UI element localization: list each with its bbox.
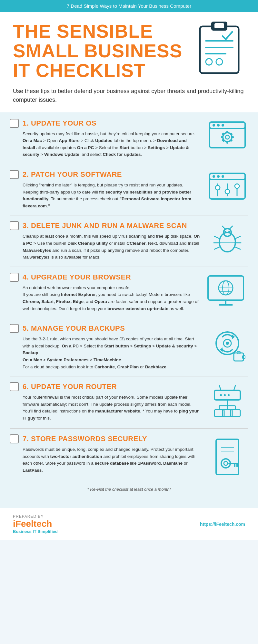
svg-line-40: [214, 236, 220, 239]
svg-point-25: [213, 175, 215, 178]
svg-point-36: [224, 231, 226, 233]
svg-point-68: [228, 394, 230, 396]
svg-point-32: [225, 189, 230, 194]
item-2-left: 2. PATCH YOUR SOFTWARE Clicking "remind …: [10, 170, 206, 209]
svg-point-34: [219, 232, 235, 252]
svg-rect-18: [231, 136, 234, 138]
item-4-body: An outdated web browser makes your compu…: [10, 284, 200, 312]
footer: PREPARED BY iFeeltech Business IT Simpli…: [0, 508, 258, 540]
item-2-icon: [206, 170, 248, 204]
item-3-title: 3. DELETE JUNK AND RUN A MALWARE SCAN: [23, 222, 187, 230]
clipboard-icon: [194, 18, 245, 76]
checklist-item-6: 6. UPDATE YOUR ROUTER Your router/firewa…: [10, 382, 248, 422]
svg-point-66: [220, 394, 222, 396]
footer-url-wrapper: https://iFeeltech.com: [200, 521, 245, 527]
checkbox-5[interactable]: [10, 324, 19, 333]
item-1-body: Security updates may feel like a hassle,…: [10, 130, 200, 158]
checkbox-1[interactable]: [10, 119, 19, 128]
checkbox-2[interactable]: [10, 170, 19, 179]
svg-point-10: [213, 124, 215, 127]
footer-note: * Re-visit the checklist at least once a…: [10, 484, 248, 498]
checklist-item-5: 5. MANAGE YOUR BACKUPS Use the 3-2-1 rul…: [10, 324, 248, 370]
checklist-item-2: 2. PATCH YOUR SOFTWARE Clicking "remind …: [10, 170, 248, 209]
item-1-icon: [206, 119, 248, 153]
os-update-svg: [208, 120, 247, 153]
hero-title: THE SENSIBLE SMALL BUSINESS IT CHECKLIST: [13, 22, 190, 80]
footer-brand: iFeeltech: [13, 519, 58, 529]
hero-section: THE SENSIBLE SMALL BUSINESS IT CHECKLIST: [0, 12, 258, 87]
checkbox-7[interactable]: [10, 434, 19, 443]
subtitle-text: Use these tips to better defend your bus…: [13, 88, 243, 103]
router-svg: [206, 384, 248, 422]
svg-point-12: [222, 124, 224, 127]
item-6-left: 6. UPDATE YOUR ROUTER Your router/firewa…: [10, 382, 206, 421]
browser-svg: [206, 274, 248, 310]
checkbox-6[interactable]: [10, 382, 19, 391]
item-4-header: 4. UPGRADE YOUR BROWSER: [10, 273, 200, 282]
item-6-body: Your router/firewall is the most critica…: [10, 394, 200, 421]
item-7-left: 7. STORE PASSWORDS SECURELY Passwords mu…: [10, 434, 206, 474]
subtitle: Use these tips to better defend your bus…: [0, 87, 258, 112]
password-svg: [206, 436, 248, 478]
footer-url[interactable]: https://iFeeltech.com: [200, 522, 245, 527]
item-3-icon: [206, 221, 248, 258]
footer-left: PREPARED BY iFeeltech Business IT Simpli…: [13, 514, 58, 534]
item-2-header: 2. PATCH YOUR SOFTWARE: [10, 170, 200, 179]
item-3-header: 3. DELETE JUNK AND RUN A MALWARE SCAN: [10, 221, 200, 230]
svg-rect-2: [214, 23, 224, 28]
checklist-item-1: 1. UPDATE YOUR OS Security updates may f…: [10, 119, 248, 158]
item-5-body: Use the 3-2-1 rule, which means you shou…: [10, 336, 200, 370]
item-3-body: Cleanup at least once a month, this will…: [10, 233, 200, 260]
svg-point-26: [217, 175, 220, 178]
item-7-icon: [206, 434, 248, 478]
svg-point-11: [217, 124, 220, 127]
svg-rect-77: [216, 439, 239, 475]
checklist-item-3: 3. DELETE JUNK AND RUN A MALWARE SCAN Cl…: [10, 221, 248, 260]
backup-svg: [206, 326, 248, 364]
item-1-title: 1. UPDATE YOUR OS: [23, 119, 96, 128]
svg-point-59: [226, 342, 229, 345]
checklist-item-7: 7. STORE PASSWORDS SECURELY Passwords mu…: [10, 434, 248, 478]
item-4-left: 4. UPGRADE YOUR BROWSER An outdated web …: [10, 273, 206, 312]
svg-line-42: [214, 247, 220, 249]
svg-rect-19: [222, 132, 225, 136]
top-bar-text: 7 Dead Simple Ways to Maintain Your Busi…: [67, 3, 191, 9]
malware-scan-svg: [208, 223, 247, 258]
svg-point-82: [224, 461, 228, 465]
main-content: 1. UPDATE YOUR OS Security updates may f…: [0, 112, 258, 508]
svg-point-14: [225, 135, 229, 139]
checkbox-4[interactable]: [10, 273, 19, 282]
item-3-left: 3. DELETE JUNK AND RUN A MALWARE SCAN Cl…: [10, 221, 206, 260]
svg-rect-16: [226, 141, 228, 144]
item-5-icon: [206, 324, 248, 364]
svg-point-37: [228, 231, 230, 233]
svg-line-65: [234, 385, 235, 390]
item-7-header: 7. STORE PASSWORDS SECURELY: [10, 434, 200, 443]
item-2-body: Clicking "remind me later" is tempting, …: [10, 182, 200, 209]
checkbox-3[interactable]: [10, 221, 19, 230]
svg-rect-21: [222, 139, 225, 142]
item-4-icon: [206, 273, 248, 310]
item-5-title: 5. MANAGE YOUR BACKUPS: [23, 324, 125, 333]
svg-line-43: [234, 236, 240, 239]
svg-line-38: [222, 226, 225, 229]
item-6-icon: [206, 382, 248, 422]
main-title: THE SENSIBLE SMALL BUSINESS IT CHECKLIST: [13, 22, 190, 80]
svg-rect-17: [221, 136, 223, 138]
svg-line-39: [229, 226, 233, 229]
svg-rect-0: [200, 26, 239, 73]
svg-point-33: [235, 184, 239, 188]
svg-line-64: [219, 385, 221, 390]
svg-rect-15: [226, 131, 228, 133]
item-4-title: 4. UPGRADE YOUR BROWSER: [23, 273, 131, 281]
svg-point-31: [215, 185, 220, 190]
patch-software-svg: [208, 172, 247, 204]
item-7-title: 7. STORE PASSWORDS SECURELY: [23, 435, 147, 443]
item-5-header: 5. MANAGE YOUR BACKUPS: [10, 324, 200, 333]
item-6-title: 6. UPDATE YOUR ROUTER: [23, 383, 117, 391]
svg-rect-63: [214, 390, 240, 400]
footer-tagline: Business IT Simplified: [13, 529, 58, 534]
item-6-header: 6. UPDATE YOUR ROUTER: [10, 382, 200, 391]
footer-prepared-by: PREPARED BY: [13, 514, 58, 519]
item-5-left: 5. MANAGE YOUR BACKUPS Use the 3-2-1 rul…: [10, 324, 206, 370]
